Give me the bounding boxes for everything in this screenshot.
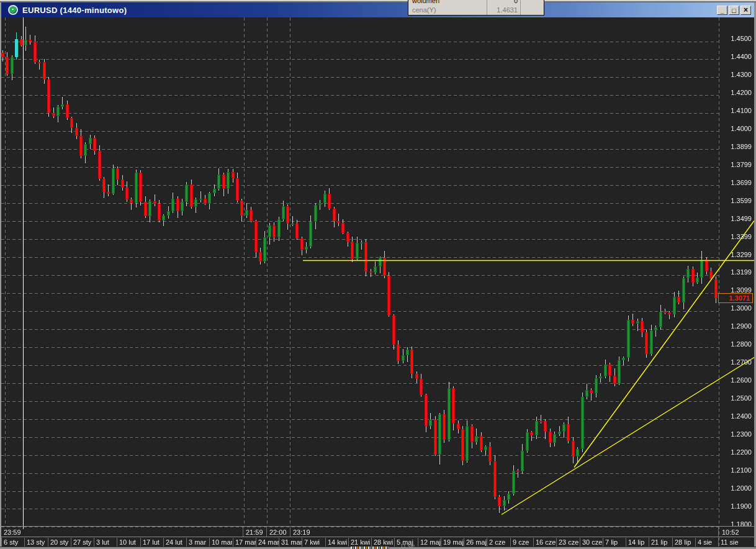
date-axis-label: 7 kwi — [302, 538, 325, 547]
date-axis-label: 28 kwi — [371, 538, 394, 547]
price-axis-label: 1.3000 — [731, 304, 752, 312]
date-axis-label: 17 mar — [233, 538, 256, 547]
date-axis-label: 23 cze — [556, 538, 579, 547]
candlestick-chart-canvas[interactable] — [1, 17, 754, 547]
time-axis-separator — [718, 527, 719, 537]
taskbar-peek-text: 11 sie — [400, 543, 415, 549]
tooltip-row-volume: wolumen 0 — [408, 0, 544, 6]
close-button[interactable]: × — [740, 6, 751, 15]
date-axis-label: 14 lip — [626, 538, 649, 547]
date-axis-label: 24 mar — [256, 538, 279, 547]
tooltip-extra-cell — [520, 0, 544, 6]
date-axis-label: 27 sty — [71, 538, 94, 547]
time-axis-label: 23:59 — [4, 528, 21, 537]
price-axis-label: 1.2000 — [731, 484, 752, 492]
price-axis-label: 1.2400 — [731, 412, 752, 420]
date-axis-label: 7 lip — [603, 538, 626, 547]
price-axis-label: 1.3799 — [731, 160, 752, 169]
price-axis-label: 1.2200 — [731, 448, 752, 456]
date-axis-label: 21 lip — [649, 538, 672, 547]
price-axis-label: 1.3699 — [731, 178, 752, 187]
time-axis-separator — [290, 527, 290, 537]
date-axis-label: 3 lut — [94, 538, 117, 547]
date-axis-label: 24 lut — [163, 538, 186, 547]
date-axis-label: 21 kwi — [348, 538, 371, 547]
date-axis-label: 16 cze — [533, 538, 556, 547]
time-axis-label: 21:59 — [246, 528, 263, 537]
last-price-marker: 1.3071 — [718, 293, 753, 303]
window-controls: _ □ × — [716, 6, 751, 15]
minimize-button[interactable]: _ — [717, 6, 727, 15]
tooltip-volume-label: wolumen — [408, 0, 487, 6]
date-axis-row[interactable]: 6 sty13 sty20 sty27 sty3 lut10 lut17 lut… — [1, 537, 754, 547]
window-titlebar[interactable]: EURUSD (1440-minutowo) _ □ × — [1, 2, 754, 17]
price-axis-label: 1.4200 — [731, 88, 752, 97]
date-axis-label: 2 cze — [487, 538, 510, 547]
time-axis-row[interactable]: 23:5921:5922:0023:1910:52 — [1, 526, 754, 537]
date-axis-label: 4 sie — [695, 538, 718, 547]
chart-window: EURUSD (1440-minutowo) _ □ × 1.45001.440… — [0, 0, 756, 549]
date-axis-label: 20 sty — [48, 538, 71, 547]
tooltip-price-value: 1.4631 — [487, 6, 520, 15]
tooltip-extra-cell — [520, 6, 544, 15]
date-axis-label: 28 lip — [672, 538, 695, 547]
price-axis-label: 1.3599 — [731, 196, 752, 205]
crosshair-tooltip: wolumen 0 cena(Y) 1.4631 — [408, 0, 544, 16]
price-axis-label: 1.3899 — [731, 142, 752, 151]
time-axis-separator — [243, 527, 243, 537]
price-axis-label: 1.2100 — [731, 466, 752, 474]
price-axis-label: 1.1900 — [731, 502, 752, 510]
price-axis-label: 1.2500 — [731, 394, 752, 402]
maximize-button[interactable]: □ — [729, 6, 739, 15]
tooltip-volume-value: 0 — [487, 0, 520, 6]
chart-region: 1.45001.44001.43001.42001.41001.40001.38… — [1, 17, 754, 547]
price-axis-label: 1.2900 — [731, 322, 752, 330]
price-axis-label: 1.4300 — [731, 70, 752, 79]
date-axis-label: 17 lut — [140, 538, 163, 547]
price-axis-label: 1.4500 — [731, 34, 752, 43]
window-title: EURUSD (1440-minutowo) — [22, 6, 127, 15]
date-axis-label: 12 maj — [418, 538, 441, 547]
date-axis-label: 3 mar — [186, 538, 209, 547]
price-axis-label: 1.4000 — [731, 124, 752, 133]
time-axis-label: 22:00 — [269, 528, 287, 537]
price-axis-label: 1.3299 — [731, 250, 752, 259]
tooltip-price-label: cena(Y) — [408, 6, 487, 15]
date-axis-label: 6 sty — [1, 538, 24, 547]
price-axis-label: 1.2300 — [731, 430, 752, 438]
bottom-edge-strip: 11 sie — [0, 547, 756, 549]
date-axis-label: 10 mar — [209, 538, 232, 547]
time-axis-label: 23:19 — [293, 528, 310, 537]
price-axis-label: 1.3199 — [731, 268, 752, 276]
date-axis-label: 14 kwi — [325, 538, 348, 547]
app-icon — [8, 5, 18, 15]
date-axis-label: 13 sty — [24, 538, 47, 547]
time-axis-label: 10:52 — [722, 528, 739, 537]
date-axis-label: 26 maj — [464, 538, 487, 547]
time-axis-separator — [266, 527, 267, 537]
price-axis-label: 1.4400 — [731, 52, 752, 61]
tooltip-row-price: cena(Y) 1.4631 — [408, 6, 544, 15]
price-axis-label: 1.2600 — [731, 376, 752, 384]
price-axis-label: 1.2700 — [731, 358, 752, 366]
date-axis-label: 9 cze — [510, 538, 533, 547]
date-axis-label: 30 cze — [580, 538, 603, 547]
date-axis-label: 31 mar — [279, 538, 302, 547]
price-axis-label: 1.3499 — [731, 214, 752, 223]
date-axis-label: 11 sie — [718, 538, 741, 547]
date-axis-label: 19 maj — [441, 538, 464, 547]
price-axis-label: 1.4100 — [731, 106, 752, 115]
price-axis-label: 1.3399 — [731, 232, 752, 241]
price-axis-label: 1.2800 — [731, 340, 752, 348]
taskbar-peek-pixels — [351, 547, 389, 549]
date-axis-label: 10 lut — [117, 538, 140, 547]
